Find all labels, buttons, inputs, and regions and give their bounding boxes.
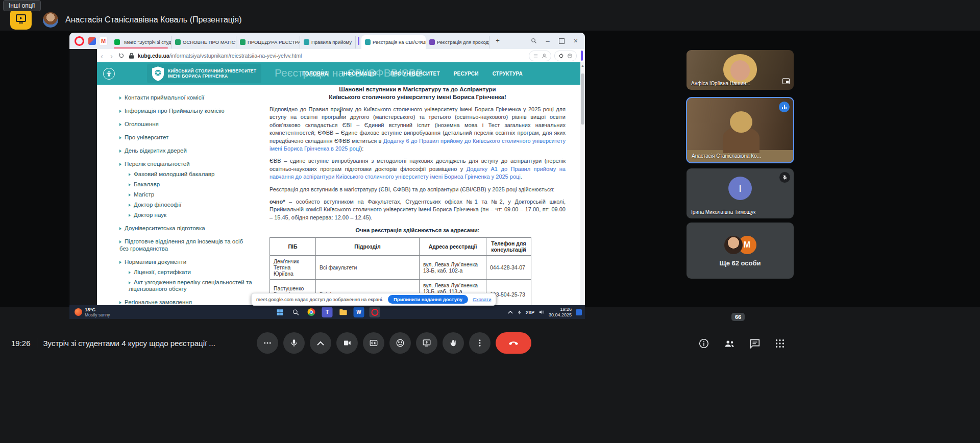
scrollbar-thumb[interactable] [581, 73, 584, 125]
end-call-button[interactable] [496, 332, 531, 354]
sidebar-subitem[interactable]: Магістр [129, 191, 253, 198]
tab-reiestratsiia-active[interactable]: Реєстрація на ЄВІ/ЄФВВ/ [361, 35, 426, 49]
back-button[interactable]: ‹ [101, 52, 103, 60]
close-button[interactable]: × [574, 37, 578, 45]
more-controls-button[interactable] [257, 332, 278, 354]
stop-sharing-button[interactable]: Припинити надання доступу [388, 295, 468, 304]
teams-app-icon[interactable]: T [322, 307, 333, 317]
sidebar-item[interactable]: Про університет [119, 134, 253, 141]
hide-share-bar-link[interactable]: Сховати [473, 297, 491, 302]
scroll-up-arrow[interactable]: ▲ [581, 64, 584, 67]
sidebar-handle[interactable] [581, 51, 583, 61]
more-participants-tile[interactable]: M Ще 62 особи [687, 223, 794, 279]
info-panel-icon[interactable] [698, 338, 709, 351]
captions-button[interactable] [363, 332, 384, 354]
taskbar-clock[interactable]: 19:26 30.04.2025 [549, 307, 572, 317]
sidebar-subitem[interactable]: Бакалавр [129, 181, 253, 188]
tab-pravyla[interactable]: Правила прийому [300, 36, 356, 48]
new-tab-button[interactable]: + [494, 37, 502, 45]
sidebar-item[interactable]: Контакти приймальної комісії [119, 94, 253, 101]
sidebar-subitem[interactable]: Доктор наук [129, 212, 253, 218]
page-viewport: КИЇВСЬКИЙ СТОЛИЧНИЙ УНІВЕРСИТЕТ ІМЕНІ БО… [97, 62, 585, 305]
pinned-tab-1-icon[interactable] [88, 37, 96, 45]
sidebar-subitem[interactable]: Акт узгодження переліку спеціальностей т… [129, 279, 253, 292]
tab-label: Реєстрація на ЄВІ/ЄФВВ/ [373, 39, 426, 45]
present-button[interactable] [416, 332, 437, 354]
pinned-tab-gmail-icon[interactable]: M [99, 37, 108, 45]
sidebar-subitem[interactable]: Доктор філософії [129, 202, 253, 208]
doc-favicon [175, 39, 181, 45]
accessibility-icon[interactable] [103, 68, 115, 80]
sidebar-item[interactable]: Підготовче відділення для іноземців та о… [119, 238, 253, 252]
tab-label: ПРОЦЕДУРА РЕЄСТРАЦІ [248, 39, 300, 45]
minimize-button[interactable]: – [546, 37, 550, 45]
maximize-button[interactable] [559, 38, 565, 44]
meet-favicon [114, 39, 120, 45]
participant-tile-3[interactable]: І Ірина Миколаївна Тимощук [687, 168, 794, 218]
mic-button[interactable] [283, 332, 305, 354]
sidebar-item[interactable]: Інформація про Приймальну комісію [119, 107, 253, 114]
presentation-event-icon[interactable] [10, 8, 32, 30]
presenter-name: Анастасія Станіславівна Коваль (Презента… [65, 15, 242, 24]
page-scrollbar[interactable]: ▲ [580, 62, 585, 305]
nav-pro-universytet[interactable]: ПРО УНІВЕРСИТЕТ [390, 71, 440, 77]
tray-volume-icon[interactable] [538, 309, 545, 315]
nav-struktura[interactable]: СТРУКТУРА [493, 71, 523, 77]
lock-icon[interactable] [129, 53, 134, 59]
notification-center-icon[interactable] [576, 309, 582, 315]
sidebar-item[interactable]: День відкритих дверей [119, 147, 253, 154]
sidebar-item[interactable]: Доуніверситетська підготовка [119, 225, 253, 232]
nav-resursy[interactable]: РЕСУРСИ [454, 71, 479, 77]
raise-hand-button[interactable] [443, 332, 464, 354]
participant-tile-1[interactable]: Анфіса Юріївна Нашин... [687, 50, 794, 90]
browser-app-icon[interactable] [306, 307, 317, 317]
taskbar-tray: УКР 19:26 30.04.2025 [508, 305, 582, 319]
search-tabs-icon[interactable] [531, 38, 537, 44]
sidebar-subitem[interactable]: Фаховий молодший бакалавр [129, 171, 253, 178]
reload-icon[interactable] [118, 53, 125, 59]
picture-in-picture-icon[interactable] [782, 77, 790, 86]
reactions-button[interactable] [389, 332, 411, 354]
site-sidebar-menu: Контакти приймальної комісії Інформація … [119, 88, 253, 305]
more-options-button[interactable] [469, 332, 491, 354]
tab-label: Реєстрація для проходже [437, 39, 489, 45]
tab-label: Meet: "Зустріч зі студ [124, 39, 172, 45]
chat-panel-icon[interactable] [749, 338, 761, 351]
taskbar-weather-widget[interactable]: 18°C Mostly sunny [75, 307, 110, 317]
tab-procedura[interactable]: ПРОЦЕДУРА РЕЄСТРАЦІ [236, 36, 300, 48]
participant-tile-2-speaking[interactable]: Анастасія Станіславівна Ко... [686, 97, 794, 163]
sidebar-item[interactable]: Нормативні документи [119, 258, 253, 265]
opera-menu-icon[interactable] [75, 36, 84, 46]
camera-button[interactable] [336, 332, 358, 354]
nav-informatsiia[interactable]: ІНФОРМАЦІЯ [342, 71, 377, 77]
presenter-avatar [43, 12, 58, 28]
activities-grid-icon[interactable] [774, 338, 786, 351]
keyboard-language[interactable]: УКР [526, 310, 534, 315]
tab-label: Правила прийому [311, 39, 352, 45]
bullet-icon [119, 110, 121, 113]
nav-holovna[interactable]: ГОЛОВНА [302, 71, 328, 77]
extensions-pill[interactable] [554, 51, 577, 61]
tray-mic-icon[interactable] [517, 309, 522, 315]
word-app-icon[interactable]: W [354, 307, 364, 317]
url-field[interactable]: kubg.edu.ua/informatsiya/vstupnikam/reie… [138, 53, 302, 59]
windows-start-icon[interactable] [275, 307, 285, 317]
device-expand-button[interactable] [310, 332, 331, 354]
opera-sidebar[interactable] [69, 49, 97, 305]
people-panel-icon[interactable] [723, 338, 736, 351]
tray-chevron-icon[interactable] [508, 310, 513, 314]
forward-button[interactable]: › [110, 52, 113, 60]
tab-meet[interactable]: Meet: "Зустріч зі студ [111, 36, 172, 48]
sidebar-item[interactable]: Регіональне замовлення [119, 299, 253, 305]
taskbar-search-icon[interactable] [290, 307, 301, 317]
sidebar-item[interactable]: Перелік спеціальностей [119, 160, 253, 167]
explorer-app-icon[interactable] [338, 307, 349, 317]
site-logo[interactable]: КИЇВСЬКИЙ СТОЛИЧНИЙ УНІВЕРСИТЕТ ІМЕНІ БО… [147, 64, 261, 83]
text-cursor: I [339, 110, 341, 118]
sidebar-item[interactable]: Оголошення [119, 120, 253, 128]
tab-osnovne[interactable]: ОСНОВНЕ ПРО МАГІСТЕР [172, 36, 236, 48]
opera-app-icon[interactable] [370, 307, 380, 317]
sidebar-subitem[interactable]: Ліцензії, сертифікати [129, 269, 253, 276]
profile-pill[interactable] [529, 51, 551, 61]
tab-forms[interactable]: Реєстрація для проходже [426, 36, 489, 48]
